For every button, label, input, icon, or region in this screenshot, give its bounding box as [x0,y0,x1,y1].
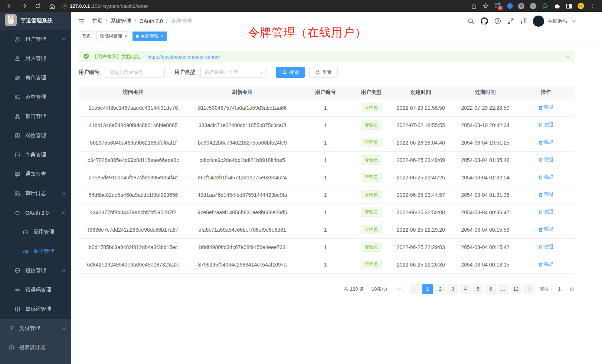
force-logout-button[interactable]: 强退 [539,244,554,250]
sidebar-item[interactable]: 角色管理 [0,68,71,87]
reload-icon[interactable] [35,3,41,9]
sidebar-item[interactable]: 字典管理 [0,145,71,165]
view-tab[interactable]: 首页 [79,32,94,41]
home-icon[interactable] [49,3,55,9]
fullscreen-icon[interactable] [507,18,514,24]
address-bar[interactable]: 127.0.0.1:1024/system/oauth2/token [62,3,471,9]
side-panel-icon[interactable] [566,4,572,9]
user-type-select[interactable]: 请选择用户类型 [200,67,266,78]
force-logout-button[interactable]: 强退 [539,139,554,146]
view-tab[interactable]: 敏感词管理 [96,32,130,41]
page-button[interactable]: 1 [422,284,433,294]
user-menu-caret-icon[interactable] [572,19,576,22]
sidebar-item[interactable]: (A) 令牌管理 [0,242,71,261]
gem-extension-icon[interactable] [507,3,513,9]
sidebar-item[interactable]: 短信管理 [0,261,71,280]
close-icon[interactable] [161,34,163,39]
command-extension-icon[interactable]: ⌘ [518,3,524,9]
back-icon[interactable] [7,3,13,9]
user-avatar[interactable] [533,16,544,27]
goto-page-input[interactable] [552,284,567,294]
force-logout-button[interactable]: 强退 [539,122,554,128]
profile-avatar-icon[interactable] [578,3,584,9]
bookmark-star-icon[interactable] [482,3,489,9]
sidebar-item[interactable]: 应用管理 [0,222,71,242]
sidebar-item[interactable]: 菜单管理 [0,87,71,107]
user-name[interactable]: 芋道源码 [548,18,567,24]
browser-menu-icon[interactable] [590,3,595,9]
created-cell: 2022-06-25 22:26:36 [389,256,453,273]
user-id-cell: 1 [297,99,354,116]
force-logout-button[interactable]: 强退 [539,156,554,163]
created-cell: 2022-07-02 18:55:55 [389,116,453,134]
share-icon[interactable] [471,3,477,9]
table-header-row: 访问令牌 刷新令牌 用户编号 用户类型 创建时间 过期时间 操作 [79,86,575,99]
sidebar-item[interactable]: 通知公告 [0,165,71,184]
force-logout-button[interactable]: 强退 [539,104,554,111]
recorder-extension-icon[interactable] [530,3,536,9]
chevron-down-icon [62,192,66,196]
breadcrumb-item[interactable]: OAuth 2.0 [140,18,171,24]
sidebar-item[interactable]: 审计日志 [0,184,71,203]
breadcrumb-item[interactable]: 首页 [92,18,111,24]
sidebar-item[interactable]: 报表设计器 [0,338,71,357]
puzzle-extensions-icon[interactable] [554,3,560,9]
sidebar-fold-icon[interactable] [76,16,86,26]
search-button[interactable]: 搜索 [276,67,305,78]
sidebar-item[interactable]: OAuth 2.0 [0,203,71,222]
user-id-cell: 1 [297,203,354,221]
chevron-down-icon [62,269,66,273]
page-button[interactable]: 12 [511,284,521,294]
pagination: 共 120 条 10条/页 123456...12 前往 页 [79,284,575,294]
user-type-cell: 管理员 [354,186,389,203]
next-page-button[interactable] [523,284,534,294]
department-icon [14,113,21,119]
force-logout-button[interactable]: 强退 [539,191,554,198]
breadcrumb-item[interactable]: 系统管理 [111,18,140,24]
user-type-badge: 管理员 [361,103,382,112]
table-row: 502375b8040a469a9b82188afdf6af1f be90422… [79,134,575,151]
page-button[interactable]: 2 [435,284,445,294]
user-id-input[interactable] [105,67,165,78]
force-logout-button[interactable]: 强退 [539,226,554,233]
font-size-icon[interactable] [520,18,527,24]
alert-close-icon[interactable] [566,54,570,60]
github-icon[interactable] [481,17,488,25]
page-button[interactable]: 3 [448,284,458,294]
sidebar-item[interactable]: 岗位管理 [0,126,71,145]
sidebar-item[interactable]: 部门管理 [0,107,71,126]
sidebar-item[interactable]: 租户管理 [0,30,71,49]
page-button[interactable]: 4 [460,284,471,294]
site-info-icon[interactable] [62,4,67,9]
search-icon[interactable] [468,18,474,24]
breadcrumb-item[interactable]: 令牌管理 [171,18,192,24]
access-token-cell: 54d6be82ee5a460a9aedc1f9bf223656 [79,186,188,203]
evernote-star-icon[interactable] [542,3,549,9]
extensions-cluster-icon[interactable]: 9 [494,2,502,10]
help-icon[interactable] [494,18,501,24]
url-host: 127.0.0.1 [70,3,90,9]
sidebar-item[interactable]: 用户管理 [0,49,71,68]
forward-icon[interactable] [21,3,27,9]
sidebar-item[interactable]: 敏感词管理 [0,300,71,319]
prev-page-button[interactable] [410,284,420,294]
page-button[interactable]: 5 [473,284,483,294]
sidebar-item[interactable]: </> 错误码管理 [0,280,71,300]
filter-form: 用户编号 用户类型 请选择用户类型 搜索 重置 [79,67,575,78]
force-logout-button[interactable]: 强退 [539,261,554,268]
force-logout-button[interactable]: 强退 [539,209,554,215]
force-logout-button[interactable]: 强退 [539,174,554,181]
refresh-token-cell: be90422b8c7946218275a508bf524fc9 [188,134,297,151]
browser-toolbar-icons: 9 ⌘ [471,2,602,10]
view-tab[interactable]: 令牌管理 [132,32,167,41]
user-type-badge: 管理员 [361,138,382,147]
close-icon[interactable] [124,34,127,39]
doc-link[interactable]: https://doc.iocoder.cn/user-center/ [147,54,220,60]
page-button[interactable]: 6 [485,284,496,294]
reset-button[interactable]: 重置 [309,67,338,78]
sidebar-item[interactable]: ¥ 支付管理 [0,319,71,338]
page-button[interactable]: ... [498,284,508,294]
expires-cell: 2022-07-29 22:28:50 [453,99,518,116]
dictionary-icon [14,152,21,158]
page-size-select[interactable]: 10条/页 [368,284,403,294]
